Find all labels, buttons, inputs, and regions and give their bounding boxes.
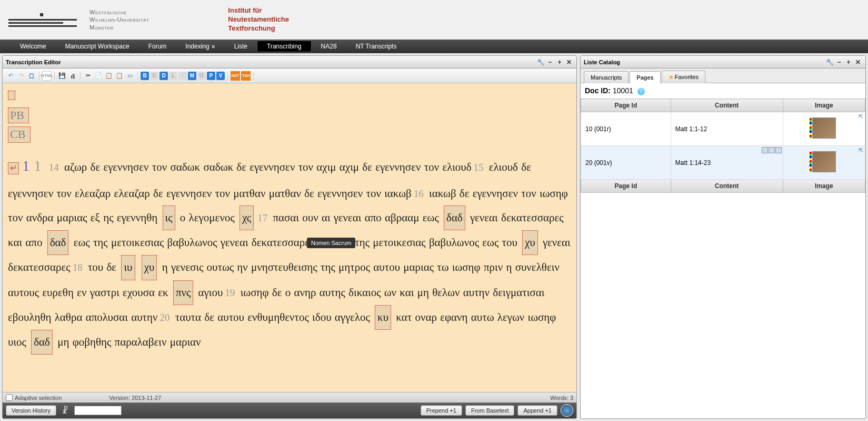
row-action-icons[interactable]: [762, 147, 782, 153]
tag-d-button[interactable]: D: [159, 72, 168, 80]
nomen-sacrum[interactable]: δαδ: [444, 205, 465, 230]
tag-l-button[interactable]: L: [169, 72, 177, 80]
action-icon[interactable]: [762, 147, 768, 153]
window-button[interactable]: ▭: [125, 71, 135, 81]
maximize-icon[interactable]: +: [555, 58, 564, 66]
nav-welcome[interactable]: Welcome: [11, 40, 56, 53]
transcription-text[interactable]: ↵ 1 1 14 αζωρ δε εγεννησεν τον σαδωκ σαδ…: [8, 150, 571, 355]
info-icon[interactable]: ?: [637, 88, 645, 95]
verse-number-large: 1: [34, 158, 42, 174]
paste-button[interactable]: 📋: [104, 71, 114, 81]
panel-title: Liste Catalog: [584, 59, 824, 65]
nav-nttranscripts[interactable]: NT Transcripts: [346, 40, 406, 53]
main-navbar: Welcome Manuscript Workspace Forum Index…: [0, 40, 868, 53]
cell-image[interactable]: ⇱: [783, 112, 865, 146]
tab-manuscripts[interactable]: Manuscripts: [584, 71, 628, 83]
nav-indexing[interactable]: Indexing✕: [176, 40, 224, 53]
column-break-marker[interactable]: CB: [8, 126, 31, 143]
top-marker[interactable]: [8, 91, 15, 100]
editor-content[interactable]: PB CB ↵ 1 1 14 αζωρ δε εγεννησεν τον σαδ…: [3, 83, 576, 392]
institute-name: Institut für Neutestamentliche Textforsc…: [228, 6, 289, 33]
nomen-sacrum[interactable]: ιυ: [121, 255, 135, 280]
cell-content: Matt 1:1-12: [671, 112, 783, 146]
cell-image[interactable]: ⇱: [783, 146, 865, 180]
table-row[interactable]: 10 (001r) Matt 1:1-12 ⇱: [581, 112, 865, 146]
tag-dot-button[interactable]: ·: [178, 72, 187, 80]
wrench-icon[interactable]: 🔧: [825, 58, 834, 66]
verse-number: 17: [257, 212, 267, 223]
editor-statusbar: Adaptive selection Version: 2013-11-27 W…: [3, 392, 576, 403]
tag-b-button[interactable]: B: [141, 72, 149, 80]
minimize-icon[interactable]: −: [835, 58, 843, 66]
nav-workspace[interactable]: Manuscript Workspace: [56, 40, 139, 53]
nomen-sacrum[interactable]: χυ: [142, 255, 157, 280]
nav-liste[interactable]: Liste: [225, 40, 257, 53]
redo-button[interactable]: ↷: [16, 71, 26, 81]
minimize-icon[interactable]: −: [546, 58, 554, 66]
nomen-sacrum[interactable]: χς: [240, 205, 254, 230]
save-button[interactable]: 💾: [57, 71, 67, 81]
prepend-button[interactable]: Prepend +1: [421, 405, 462, 416]
copy-button[interactable]: 📄: [94, 71, 103, 81]
tag-c-button[interactable]: C: [150, 72, 158, 80]
action-icon[interactable]: [769, 147, 775, 153]
tag-o-button[interactable]: O: [197, 72, 206, 80]
undo-button[interactable]: ↶: [6, 71, 15, 81]
verse-number: 16: [414, 188, 424, 199]
chi-rho-icon[interactable]: ☧: [59, 405, 71, 416]
version-history-button[interactable]: Version History: [6, 405, 56, 416]
globe-icon[interactable]: [561, 404, 573, 417]
wrench-icon[interactable]: 🔧: [536, 58, 545, 66]
close-icon[interactable]: ✕: [211, 44, 215, 50]
tag-v-button[interactable]: V: [216, 72, 225, 80]
omega-button[interactable]: Ω: [27, 71, 36, 81]
adaptive-selection-checkbox[interactable]: [6, 394, 13, 401]
manuscript-thumbnail[interactable]: [812, 118, 836, 139]
nomen-sacrum[interactable]: κυ: [375, 305, 391, 330]
nomen-sacrum[interactable]: πνς: [173, 280, 193, 305]
print-button[interactable]: 🖨: [68, 71, 77, 81]
nomen-sacrum[interactable]: δαδ: [31, 330, 53, 355]
university-logo: [8, 7, 77, 33]
page-break-marker[interactable]: PB: [8, 107, 29, 124]
h2t-button[interactable]: H2T: [231, 71, 240, 81]
panel-title: Transcription Editor: [6, 59, 535, 65]
append-button[interactable]: Append +1: [517, 405, 557, 416]
nav-forum[interactable]: Forum: [139, 40, 176, 53]
nomen-sacrum[interactable]: ις: [163, 205, 175, 230]
adaptive-selection-label: Adaptive selection: [15, 395, 62, 401]
app-header: Westfälische Wilhelms-Universität Münste…: [0, 0, 868, 40]
verse-number: 19: [225, 287, 235, 298]
cell-content: Matt 1:14-23: [671, 146, 783, 180]
nav-na28[interactable]: NA28: [312, 40, 346, 53]
t2h-button[interactable]: T2H: [241, 71, 251, 81]
close-icon[interactable]: ✕: [854, 58, 862, 66]
tag-p-button[interactable]: P: [207, 72, 215, 80]
nomen-sacrum[interactable]: δαδ: [47, 230, 69, 255]
popout-icon[interactable]: ⇱: [857, 113, 864, 120]
popout-icon[interactable]: ⇱: [857, 147, 864, 153]
footer-input[interactable]: [74, 406, 122, 415]
maximize-icon[interactable]: +: [844, 58, 853, 66]
col-pageid[interactable]: Page Id: [581, 99, 671, 112]
line-marker[interactable]: ↵: [8, 162, 19, 174]
manuscript-thumbnail[interactable]: [812, 151, 836, 172]
col-content[interactable]: Content: [671, 99, 783, 112]
action-icon[interactable]: [775, 147, 782, 153]
paste-special-button[interactable]: 📋: [115, 71, 124, 81]
nomen-sacrum[interactable]: χυ: [522, 230, 538, 255]
col-image[interactable]: Image: [783, 99, 865, 112]
chapter-number: 1: [22, 158, 29, 174]
tab-favorites[interactable]: ★Favorites: [662, 71, 705, 83]
cut-button[interactable]: ✂: [83, 71, 93, 81]
from-basetext-button[interactable]: From Basetext: [465, 405, 515, 416]
nav-transcribing[interactable]: Transcribing: [257, 41, 312, 52]
html-button[interactable]: HTML: [42, 71, 52, 81]
table-row[interactable]: 20 (001v) Matt 1:14-23 ⇱: [581, 146, 865, 180]
close-icon[interactable]: ✕: [565, 58, 573, 66]
tag-m-button[interactable]: M: [188, 72, 196, 80]
cell-pageid: 10 (001r): [581, 112, 671, 146]
pages-table: Page Id Content Image 10 (001r) Matt 1:1…: [581, 99, 865, 193]
tab-pages[interactable]: Pages: [630, 71, 660, 83]
transcription-editor-panel: Transcription Editor 🔧 − + ✕ ↶ ↷ Ω HTML …: [2, 55, 577, 419]
